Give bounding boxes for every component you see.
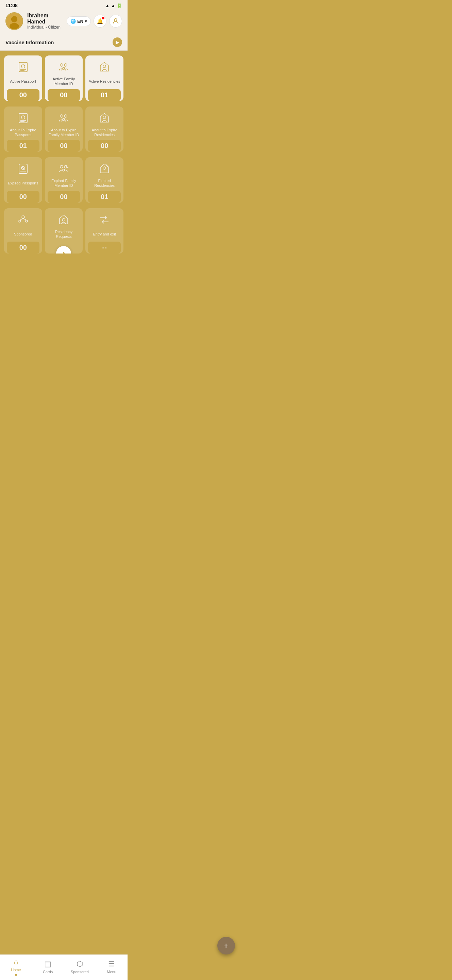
active-passport-card[interactable]: Active Passport 00 [4, 56, 42, 101]
svg-point-9 [64, 64, 67, 66]
expired-residencies-card[interactable]: Expired Residencies 01 [86, 157, 124, 203]
entry-exit-value: -- [88, 242, 121, 253]
expire-family-id-card[interactable]: About to Expire Family Member ID 00 [45, 107, 83, 152]
sponsored-icon [16, 212, 31, 227]
expired-residencies-value: 01 [88, 191, 121, 203]
svg-point-1 [11, 16, 17, 22]
battery-icon: 🔋 [117, 3, 122, 8]
expire-passport-card[interactable]: About To Expire Passports 01 [4, 107, 42, 152]
svg-line-34 [23, 218, 27, 220]
residencies-icon [97, 60, 112, 75]
svg-point-11 [103, 65, 106, 68]
expire-family-id-value: 00 [48, 140, 80, 152]
residency-requests-card[interactable]: Residency Requests ∧ [45, 208, 83, 253]
expire-passport-value: 01 [7, 140, 40, 152]
expire-residencies-card[interactable]: About to Expire Residencies 00 [86, 107, 124, 152]
chevron-down-icon: ▾ [85, 19, 87, 24]
main-content: Active Passport 00 Active Family Member … [0, 51, 127, 283]
svg-point-24 [60, 165, 63, 168]
svg-point-30 [22, 216, 24, 218]
svg-line-27 [66, 165, 68, 168]
residency-requests-icon [56, 212, 71, 227]
sponsored-value: 00 [7, 242, 40, 253]
expired-cards-row: Expired Passports 00 Expired Family Memb… [4, 157, 124, 203]
status-bar: 11:08 ▲ ▲ 🔋 [0, 0, 127, 10]
svg-point-2 [10, 23, 19, 29]
expire-family-id-label: About to Expire Family Member ID [48, 127, 80, 137]
expired-residencies-icon [97, 161, 112, 176]
status-icons: ▲ ▲ 🔋 [105, 3, 122, 8]
svg-point-19 [103, 116, 106, 119]
passport-icon [16, 60, 31, 75]
bottom-cards-row: Sponsored 00 Residency Requests ∧ [4, 208, 124, 253]
header-actions: 🌐 EN ▾ 🔔 [67, 14, 122, 27]
svg-point-13 [21, 116, 25, 119]
svg-point-28 [103, 167, 106, 169]
entry-exit-label: Entry and exit [93, 229, 116, 239]
user-info: Ibrahem Hamed Individual - Citizen [27, 13, 63, 30]
svg-point-17 [64, 115, 67, 118]
vaccine-arrow-icon: ▶ [113, 37, 122, 47]
svg-point-26 [63, 169, 65, 171]
expired-passport-card[interactable]: Expired Passports 00 [4, 157, 42, 203]
active-passport-label: Active Passport [10, 76, 36, 86]
signal-icon: ▲ [111, 3, 115, 8]
lang-label: EN [77, 19, 83, 24]
expire-cards-row: About To Expire Passports 01 About to Ex… [4, 107, 124, 152]
active-family-id-label: Active Family Member ID [48, 76, 80, 86]
scroll-up-button[interactable]: ∧ [56, 246, 71, 253]
sponsored-card[interactable]: Sponsored 00 [4, 208, 42, 253]
expire-passport-label: About To Expire Passports [7, 127, 40, 137]
active-cards-row: Active Passport 00 Active Family Member … [4, 56, 124, 101]
expired-family-id-card[interactable]: Expired Family Member ID 00 [45, 157, 83, 203]
expired-residencies-label: Expired Residencies [88, 178, 121, 188]
entry-exit-card[interactable]: Entry and exit -- [86, 208, 124, 253]
user-name: Ibrahem Hamed [27, 13, 63, 25]
header: Ibrahem Hamed Individual - Citizen 🌐 EN … [0, 10, 127, 34]
expired-passport-value: 00 [7, 191, 40, 203]
user-icon [112, 18, 119, 25]
profile-button[interactable] [109, 14, 122, 27]
svg-point-16 [60, 115, 63, 118]
user-role: Individual - Citizen [27, 25, 63, 30]
active-residencies-label: Active Residencies [89, 76, 121, 86]
vaccine-label: Vaccine Information [5, 40, 54, 45]
expire-passport-icon [16, 111, 31, 126]
status-time: 11:08 [5, 3, 18, 8]
globe-icon: 🌐 [70, 19, 76, 24]
svg-rect-20 [19, 164, 27, 173]
svg-point-32 [25, 220, 27, 222]
svg-point-3 [114, 19, 117, 21]
expired-family-id-icon [56, 161, 71, 176]
expire-residencies-value: 00 [88, 140, 121, 152]
expired-family-id-label: Expired Family Member ID [48, 178, 80, 188]
avatar[interactable] [5, 12, 23, 30]
entry-exit-icon [97, 212, 112, 227]
active-residencies-value: 01 [88, 89, 121, 101]
wifi-icon: ▲ [105, 3, 109, 8]
language-button[interactable]: 🌐 EN ▾ [67, 16, 91, 26]
expired-passport-label: Expired Passports [8, 178, 38, 188]
vaccine-bar[interactable]: Vaccine Information ▶ [0, 34, 127, 51]
active-family-id-card[interactable]: Active Family Member ID 00 [45, 56, 83, 101]
notification-dot [102, 17, 105, 19]
active-residencies-card[interactable]: Active Residencies 01 [86, 56, 124, 101]
notifications-button[interactable]: 🔔 [94, 14, 106, 27]
expired-passport-icon [16, 161, 31, 176]
family-id-icon [56, 60, 71, 75]
active-passport-value: 00 [7, 89, 40, 101]
avatar-image [6, 13, 22, 29]
svg-point-37 [62, 218, 65, 221]
expire-family-id-icon [56, 111, 71, 126]
residency-requests-label: Residency Requests [48, 229, 80, 239]
expire-residencies-label: About to Expire Residencies [88, 127, 121, 137]
svg-point-8 [60, 64, 63, 66]
svg-point-31 [19, 220, 21, 222]
expire-residencies-icon [97, 111, 112, 126]
svg-line-33 [20, 218, 23, 220]
svg-point-5 [21, 65, 25, 68]
active-family-id-value: 00 [48, 89, 80, 101]
sponsored-label: Sponsored [14, 229, 32, 239]
expired-family-id-value: 00 [48, 191, 80, 203]
